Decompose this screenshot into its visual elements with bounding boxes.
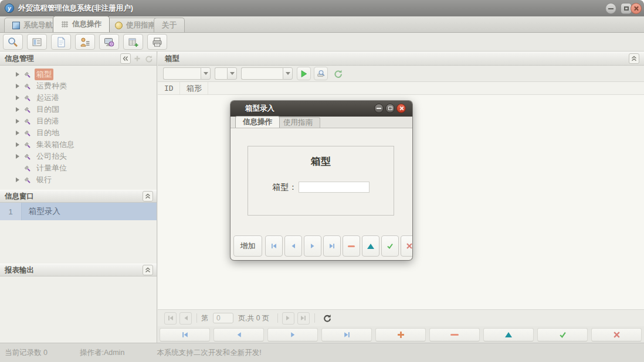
tool-icon <box>23 153 31 160</box>
reload-page-button[interactable] <box>323 314 331 323</box>
form-button[interactable] <box>27 34 47 50</box>
dialog-minimize-button[interactable] <box>374 104 384 113</box>
expander-icon[interactable] <box>16 119 19 124</box>
dialog-post-button[interactable] <box>381 235 399 257</box>
expander-icon[interactable] <box>16 107 19 112</box>
tab-info-operation[interactable]: 信息操作 <box>53 16 110 32</box>
tool-icon <box>23 129 31 137</box>
list-item-box-type-entry[interactable]: 1 箱型录入 <box>0 203 157 220</box>
dialog-first-button[interactable] <box>265 235 283 257</box>
expander-icon[interactable] <box>16 95 19 100</box>
dialog-button-bar: 增加 <box>231 233 412 260</box>
dialog-tab-info-operation[interactable]: 信息操作 <box>235 116 280 128</box>
printer-icon <box>151 36 163 48</box>
dialog-last-button[interactable] <box>323 235 341 257</box>
document-button[interactable] <box>51 34 71 50</box>
chevron-down-icon[interactable] <box>227 67 237 80</box>
filter-combo-2[interactable] <box>215 67 237 80</box>
filter-combo-1[interactable] <box>163 67 211 80</box>
tree-item-box-type[interactable]: 箱型 <box>0 69 157 80</box>
tree-item-label: 箱型 <box>35 69 53 80</box>
tree-item-destination-country[interactable]: 目的国 <box>0 104 157 115</box>
dialog-edit-button[interactable] <box>362 235 379 257</box>
nav-cancel-button[interactable] <box>591 328 642 341</box>
tree-item-departure-port[interactable]: 起运港 <box>0 92 157 104</box>
add-button-label: 增加 <box>240 241 256 251</box>
record-count: 当前记录数 0 <box>5 348 48 358</box>
dialog-maximize-button[interactable] <box>385 104 395 113</box>
run-query-button[interactable] <box>297 67 311 80</box>
tree-item-company-header[interactable]: 公司抬头 <box>0 151 157 162</box>
sidebar: 信息管理 箱型 运费种类 <box>0 52 157 343</box>
paging-bar: 第 页,共 0 页 <box>158 309 644 326</box>
dialog-delete-button[interactable] <box>343 235 360 257</box>
dialog-prior-button[interactable] <box>284 235 302 257</box>
main-tabbar: 系统导航 信息操作 使用指南 关于 <box>0 16 644 33</box>
prev-page-button[interactable] <box>179 312 192 325</box>
chevron-down-icon[interactable] <box>283 67 293 80</box>
nav-insert-button[interactable] <box>375 328 426 341</box>
printer-button[interactable] <box>147 34 167 50</box>
tab-label: 使用指南 <box>126 21 155 30</box>
close-button[interactable] <box>631 3 642 14</box>
dialog-close-button[interactable] <box>396 104 406 113</box>
collapse-up-icon[interactable] <box>143 265 153 275</box>
nav-prior-button[interactable] <box>213 328 264 341</box>
nav-edit-button[interactable] <box>483 328 534 341</box>
collapse-up-icon[interactable] <box>143 191 153 202</box>
document-icon <box>55 36 67 48</box>
next-page-button[interactable] <box>282 312 294 325</box>
tree-item-bank[interactable]: 银行 <box>0 174 157 186</box>
tab-about[interactable]: 关于 <box>154 18 185 32</box>
expander-icon[interactable] <box>16 131 19 135</box>
refresh-button[interactable] <box>331 67 345 80</box>
section-title: 信息窗口 <box>5 192 34 202</box>
first-page-button[interactable] <box>164 312 177 325</box>
nav-first-button[interactable] <box>160 328 210 341</box>
column-header-id[interactable]: ID <box>158 82 180 94</box>
nav-next-button[interactable] <box>267 328 318 341</box>
tree-item-container-info[interactable]: 集装箱信息 <box>0 139 157 151</box>
plus-icon[interactable] <box>133 54 142 63</box>
last-page-button[interactable] <box>297 312 310 325</box>
nav-delete-button[interactable] <box>429 328 480 341</box>
box-type-input[interactable] <box>299 182 370 193</box>
expander-icon[interactable] <box>16 177 19 182</box>
tab-label: 信息操作 <box>243 117 272 127</box>
search-filter-button[interactable] <box>314 67 328 80</box>
row-label: 箱型录入 <box>22 203 157 220</box>
nav-post-button[interactable] <box>537 328 588 341</box>
chevron-down-icon[interactable] <box>201 67 211 80</box>
last-icon <box>300 315 307 322</box>
expander-icon[interactable] <box>16 84 19 88</box>
filter-combo-3[interactable] <box>241 67 293 80</box>
search-button[interactable] <box>3 34 23 50</box>
table-add-button[interactable] <box>123 34 143 50</box>
tab-label: 使用指南 <box>283 118 313 128</box>
user-settings-button[interactable] <box>75 34 95 50</box>
dialog-cancel-button[interactable] <box>401 235 412 257</box>
tree-item-destination[interactable]: 目的地 <box>0 127 157 139</box>
expander-icon[interactable] <box>16 72 19 77</box>
nav-last-button[interactable] <box>321 328 372 341</box>
column-header-box-shape[interactable]: 箱形 <box>180 82 208 94</box>
dialog-next-button[interactable] <box>304 235 321 257</box>
monitor-button[interactable] <box>99 34 119 50</box>
tool-icon <box>23 83 31 90</box>
refresh-icon[interactable] <box>144 54 153 63</box>
prev-icon <box>182 315 189 322</box>
cancel-x-icon <box>613 331 621 339</box>
tab-label: 信息操作 <box>72 19 101 29</box>
cancel-x-icon <box>406 243 412 250</box>
collapse-left-icon[interactable] <box>120 53 131 64</box>
expander-icon[interactable] <box>16 154 19 159</box>
page-number-input[interactable] <box>213 313 233 323</box>
tree-item-measure-unit[interactable]: 计量单位 <box>0 162 157 174</box>
tree-item-freight-type[interactable]: 运费种类 <box>0 80 157 92</box>
expander-icon[interactable] <box>16 142 19 147</box>
tree-item-destination-port[interactable]: 目的港 <box>0 115 157 127</box>
collapse-up-icon[interactable] <box>629 53 639 64</box>
dialog-tab-user-guide[interactable]: 使用指南 <box>276 117 320 128</box>
add-button[interactable]: 增加 <box>233 235 262 257</box>
minimize-button[interactable] <box>605 3 616 14</box>
